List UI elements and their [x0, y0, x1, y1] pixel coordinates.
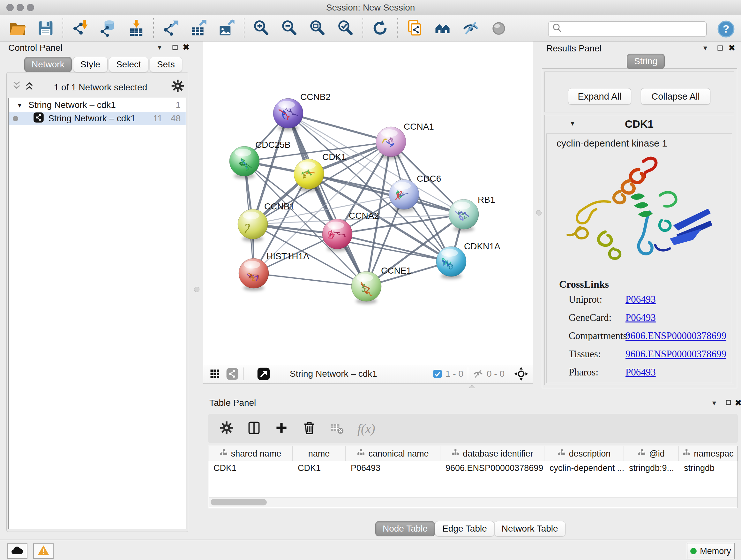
crosslink-link[interactable]: 9606.ENSP00000378699: [625, 348, 726, 360]
collapse-all-button[interactable]: Collapse All: [641, 88, 711, 105]
zoom-in-button[interactable]: [252, 19, 271, 37]
left-splitter-handle[interactable]: [194, 287, 199, 292]
divider: [468, 368, 468, 380]
tab-node-table[interactable]: Node Table: [375, 521, 435, 537]
network-node-CDK1[interactable]: [294, 159, 324, 189]
export-table-button[interactable]: [190, 19, 208, 37]
refresh-layout-button[interactable]: [371, 19, 389, 37]
column-header--id[interactable]: @id: [624, 446, 679, 461]
network-node-RB1[interactable]: [449, 199, 479, 229]
network-node-CDC6[interactable]: [389, 179, 419, 209]
help-button[interactable]: ?: [718, 20, 735, 38]
crosslink-label: GeneCard:: [569, 312, 625, 323]
column-header-shared-name[interactable]: shared name: [208, 446, 293, 461]
table-options-gear-icon[interactable]: [219, 421, 233, 436]
crosslink-link[interactable]: P06493: [625, 312, 656, 323]
network-node-CCNB1[interactable]: [238, 209, 268, 239]
control-panel-float-icon[interactable]: [172, 44, 179, 52]
results-panel-collapse-icon[interactable]: ▾: [703, 44, 707, 52]
zoom-out-button[interactable]: [280, 19, 299, 37]
column-label: @id: [649, 449, 664, 459]
tab-sets[interactable]: Sets: [150, 57, 182, 72]
table-row[interactable]: CDK1CDK1P064939606.ENSP00000378699cyclin…: [208, 461, 738, 476]
show-columns-icon[interactable]: [247, 421, 261, 436]
expand-all-button[interactable]: Expand All: [568, 88, 631, 105]
column-header-description[interactable]: description: [544, 446, 624, 461]
tab-edge-table[interactable]: Edge Table: [435, 521, 494, 537]
expand-all-networks-icon[interactable]: [24, 80, 35, 92]
warnings-button[interactable]: [33, 543, 54, 559]
network-node-CDC25B[interactable]: [229, 146, 259, 176]
right-splitter-handle[interactable]: [536, 210, 542, 215]
view-grid-icon[interactable]: [209, 368, 220, 380]
save-session-button[interactable]: [37, 19, 55, 37]
crosslink-link[interactable]: P06493: [625, 367, 656, 378]
network-node-CCNA1[interactable]: [376, 127, 406, 157]
import-table-button[interactable]: [127, 19, 145, 37]
toolbar-separator: [362, 18, 363, 38]
column-header-namespac[interactable]: namespac: [679, 446, 738, 461]
scrollbar-thumb[interactable]: [211, 499, 267, 505]
zoom-fit-button[interactable]: [308, 19, 327, 37]
tree-expander-icon[interactable]: ▾: [18, 101, 21, 109]
network-node-CCNE1[interactable]: [351, 271, 381, 301]
add-column-icon[interactable]: [274, 421, 288, 436]
cloud-button[interactable]: [7, 543, 27, 559]
export-image-button[interactable]: [218, 19, 236, 37]
network-canvas[interactable]: CCNB2CCNA1CDC25BCDK1CDC6RB1CCNB1CCNA2CDK…: [203, 42, 533, 364]
node-label-CCNB2: CCNB2: [300, 92, 331, 102]
network-edge-count: 48: [171, 113, 181, 124]
column-header-name[interactable]: name: [293, 446, 346, 461]
birds-eye-view-icon[interactable]: [257, 367, 271, 381]
node-gloss: [356, 274, 373, 282]
crosslink-link[interactable]: P06493: [625, 294, 656, 305]
memory-label: Memory: [700, 546, 731, 556]
column-label: database identifier: [463, 449, 533, 459]
tab-select[interactable]: Select: [109, 57, 148, 72]
column-header-database-identifier[interactable]: database identifier: [441, 446, 544, 461]
network-node-HIST1H1A[interactable]: [239, 258, 269, 288]
tab-style[interactable]: Style: [73, 57, 108, 72]
table-panel-float-icon[interactable]: [725, 399, 732, 408]
export-network-button[interactable]: [161, 19, 180, 37]
network-node-CCNB2[interactable]: [273, 98, 303, 128]
tab-network-table[interactable]: Network Table: [494, 521, 565, 537]
memory-button[interactable]: Memory: [687, 543, 735, 559]
show-all-button[interactable]: [489, 19, 508, 37]
network-node-CDKN1A[interactable]: [436, 246, 466, 276]
open-session-button[interactable]: [8, 19, 27, 37]
view-network-icon[interactable]: [226, 367, 239, 381]
zoom-selected-icon: [337, 19, 354, 37]
column-header-canonical-name[interactable]: canonical name: [346, 446, 441, 461]
import-database-button[interactable]: [99, 19, 118, 37]
network-node-CCNA2[interactable]: [322, 219, 352, 249]
control-panel-collapse-icon[interactable]: ▾: [158, 43, 161, 52]
table-panel-close-icon[interactable]: ✖: [735, 398, 741, 408]
results-panel-float-icon[interactable]: [717, 45, 724, 53]
search-field[interactable]: [548, 21, 707, 37]
tab-network[interactable]: Network: [24, 57, 72, 72]
network-row-selected[interactable]: String Network – cdk1 11 48: [9, 112, 186, 125]
delete-column-icon[interactable]: [302, 421, 317, 436]
divider: [509, 368, 509, 380]
crosslink-link[interactable]: 9606.ENSP00000378699: [625, 330, 726, 341]
network-collection-row[interactable]: ▾ String Network – cdk1 1: [9, 98, 186, 112]
network-graph[interactable]: CCNB2CCNA1CDC25BCDK1CDC6RB1CCNB1CCNA2CDK…: [203, 42, 533, 364]
fit-selected-target-icon[interactable]: [514, 367, 529, 381]
hidden-eye-slash-icon[interactable]: [473, 368, 483, 379]
collapse-all-networks-icon[interactable]: [11, 80, 22, 92]
network-label: String Network – cdk1: [48, 113, 136, 124]
clone-network-button[interactable]: [405, 19, 424, 37]
first-neighbors-button[interactable]: [433, 19, 452, 37]
table-panel-collapse-icon[interactable]: ▾: [712, 398, 716, 408]
search-input[interactable]: [563, 22, 706, 36]
results-panel-close-icon[interactable]: ✖: [728, 43, 736, 53]
control-panel-close-icon[interactable]: ✖: [183, 42, 190, 52]
hide-selected-button[interactable]: [461, 19, 480, 37]
zoom-selected-button[interactable]: [336, 19, 355, 37]
selected-checkbox-icon[interactable]: [433, 369, 442, 379]
tab-string[interactable]: String: [627, 54, 665, 69]
import-network-button[interactable]: [71, 19, 89, 37]
network-options-gear-icon[interactable]: [171, 79, 185, 94]
crosslink-row: Compartments:9606.ENSP00000378699: [569, 330, 728, 341]
